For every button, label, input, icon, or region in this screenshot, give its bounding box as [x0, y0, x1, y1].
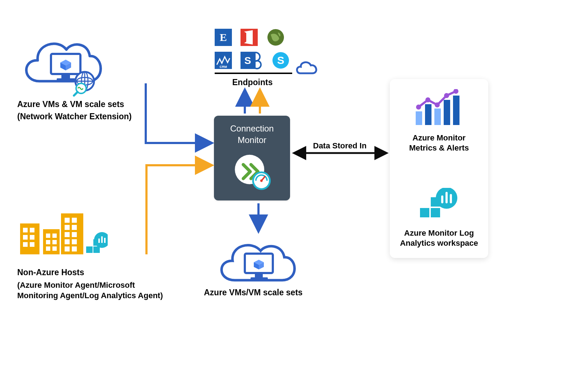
data-stored-label: Data Stored In: [313, 141, 367, 151]
connector-azure-to-cm: [146, 83, 211, 143]
connector-nonazure-to-cm: [146, 165, 211, 254]
connectors: [0, 0, 588, 365]
